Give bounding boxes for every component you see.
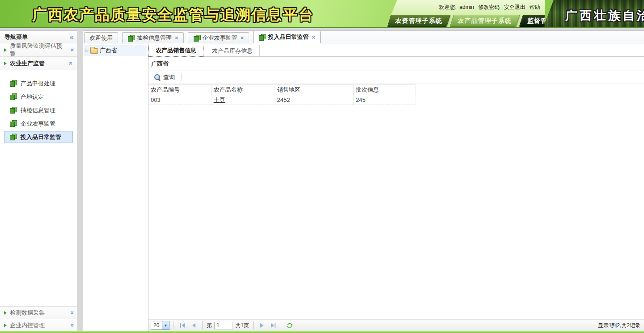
subtab-sales-info[interactable]: 农产品销售信息 <box>148 44 203 57</box>
column-header-batch[interactable]: 批次信息 <box>353 85 415 95</box>
bottom-green-strip <box>0 331 644 333</box>
region-tree-panel: ▷ 广西省 <box>83 43 148 331</box>
page-total-label: 共1页 <box>235 322 249 329</box>
folder-icon <box>90 48 98 54</box>
subtab-label: 农产品销售信息 <box>156 46 196 55</box>
subsystem-nongzi-button[interactable]: 农资管理子系统 <box>387 15 451 27</box>
main-region: 欢迎使用 抽检信息管理 × 企业农事监管 × 投入品日常监管 × ▷ 广西省 <box>83 30 644 331</box>
detail-panel: 农产品销售信息 农产品库存信息 广西省 查询 农产品编号 <box>148 43 644 331</box>
tab-content: ▷ 广西省 农产品销售信息 农产品库存信息 广西省 查询 <box>83 43 644 331</box>
triangle-left-icon <box>192 323 195 328</box>
accordion-label: 检测数据采集 <box>10 309 66 317</box>
table-row[interactable]: 003 土豆 2452 245 <box>148 95 415 105</box>
change-password-link[interactable]: 修改密码 <box>478 4 500 10</box>
main-tabbar: 欢迎使用 抽检信息管理 × 企业农事监管 × 投入品日常监管 × <box>83 31 644 43</box>
pager-separator <box>282 321 282 329</box>
accordion-label: 质量风险监测评估预警 <box>10 42 66 58</box>
wheat-banner-image: 广西壮族自治区 <box>543 0 644 28</box>
arrow-right-icon <box>4 62 7 65</box>
book-icon <box>193 35 200 41</box>
book-icon <box>9 134 17 140</box>
chevron-double-down-icon[interactable]: « <box>68 323 74 327</box>
tab-input-supervision[interactable]: 投入品日常监管 × <box>253 31 321 43</box>
sidebar-splitter[interactable] <box>77 30 83 331</box>
close-icon[interactable]: × <box>241 34 244 41</box>
cell-name: 土豆 <box>211 95 275 105</box>
arrow-right-icon <box>4 48 7 52</box>
pagination-bar: 20 ▼ 第 共1页 <box>148 319 644 331</box>
cell-batch: 245 <box>353 95 415 105</box>
sidebar-item-origin-certification[interactable]: 产地认定 <box>4 91 73 103</box>
nav-menu-title: 导航菜单 <box>4 33 28 41</box>
last-page-button[interactable] <box>269 321 278 330</box>
detail-subtabbar: 农产品销售信息 农产品库存信息 <box>148 43 644 57</box>
prev-page-button[interactable] <box>189 321 198 330</box>
query-button-label: 查询 <box>163 73 175 81</box>
tree-node-guangxi[interactable]: ▷ 广西省 <box>84 45 147 56</box>
welcome-label: 欢迎您: <box>439 4 457 10</box>
page-size-value: 20 <box>151 321 162 329</box>
tab-welcome[interactable]: 欢迎使用 <box>84 32 118 43</box>
book-icon <box>127 35 135 41</box>
column-header-area[interactable]: 销售地区 <box>275 85 353 95</box>
search-icon <box>154 74 161 81</box>
tab-label: 企业农事监管 <box>203 34 237 42</box>
accordion-detection-data[interactable]: 检测数据采集 « <box>0 306 77 319</box>
sidebar-item-sampling-info[interactable]: 抽检信息管理 <box>4 104 73 116</box>
subsystem-label: 农资管理子系统 <box>395 17 442 25</box>
page-number-input[interactable] <box>214 322 233 329</box>
sidebar-item-label: 企业农事监管 <box>21 120 55 128</box>
accordion-risk-monitor[interactable]: 质量风险监测评估预警 « <box>0 43 77 57</box>
close-icon[interactable]: × <box>175 34 178 41</box>
tab-label: 抽检信息管理 <box>137 34 172 42</box>
triangle-left-icon <box>182 323 185 328</box>
refresh-button[interactable] <box>286 322 293 329</box>
product-name-link[interactable]: 土豆 <box>214 97 225 103</box>
user-bar: 欢迎您: admin 修改密码 安全退出 帮助 <box>436 4 540 11</box>
collapse-sidebar-icon[interactable]: « <box>70 34 73 40</box>
sidebar-item-label: 产地认定 <box>21 93 44 101</box>
sidebar-item-farming-supervision[interactable]: 企业农事监管 <box>4 118 73 130</box>
query-button[interactable]: 查询 <box>151 72 178 83</box>
subsystem-nongchanpin-button[interactable]: 农产品管理子系统 <box>450 15 520 27</box>
products-table: 农产品编号 农产品名称 销售地区 批次信息 003 土豆 2452 245 <box>148 84 415 105</box>
accordion-agri-production[interactable]: 农业生产监管 « <box>0 57 77 70</box>
book-icon <box>9 80 17 87</box>
subsystem-label: 农产品管理子系统 <box>458 17 512 25</box>
sidebar-item-input-supervision[interactable]: 投入品日常监管 <box>4 131 73 143</box>
next-page-button[interactable] <box>258 321 267 330</box>
cell-code: 003 <box>148 95 211 105</box>
chevron-down-icon[interactable]: ▼ <box>162 321 169 329</box>
username: admin <box>459 4 474 10</box>
pager-separator <box>202 321 203 329</box>
app-title: 广西农产品质量安全监管与追溯信息平台 <box>32 5 314 25</box>
book-icon <box>9 93 17 100</box>
arrow-right-icon <box>4 324 7 327</box>
region-banner-text: 广西壮族自治区 <box>565 8 644 24</box>
help-link[interactable]: 帮助 <box>530 4 540 10</box>
chevron-double-down-icon[interactable]: « <box>68 311 74 314</box>
nav-sidebar: 导航菜单 « 质量风险监测评估预警 « 农业生产监管 « 产品申报处理 产地认定… <box>0 30 77 331</box>
sidebar-item-label: 抽检信息管理 <box>21 106 55 114</box>
column-header-code[interactable]: 农产品编号 <box>148 85 211 95</box>
tab-sampling-info[interactable]: 抽检信息管理 × <box>122 32 184 43</box>
tree-expander-icon[interactable]: ▷ <box>85 49 89 53</box>
close-icon[interactable]: × <box>312 34 315 41</box>
page-size-select[interactable]: 20 ▼ <box>151 321 169 330</box>
subtab-stock-info[interactable]: 农产品库存信息 <box>205 45 260 56</box>
first-page-button[interactable] <box>178 321 187 330</box>
triangle-right-icon <box>260 323 263 328</box>
app-header: 广西农产品质量安全监管与追溯信息平台 欢迎您: admin 修改密码 安全退出 … <box>0 0 644 28</box>
chevron-double-up-icon[interactable]: « <box>68 61 74 65</box>
tab-label: 投入品日常监管 <box>268 33 309 41</box>
grid-toolbar: 查询 <box>148 71 644 84</box>
subtab-label: 农产品库存信息 <box>212 47 253 55</box>
accordion-internal-control[interactable]: 企业内控管理 « <box>0 319 77 331</box>
column-header-name[interactable]: 农产品名称 <box>211 85 275 95</box>
toolbar-separator <box>181 73 182 81</box>
chevron-double-down-icon[interactable]: « <box>68 48 74 51</box>
logout-link[interactable]: 安全退出 <box>504 4 525 10</box>
tab-farming-supervision[interactable]: 企业农事监管 × <box>188 32 250 43</box>
record-count-summary: 显示1到2,共2记录 <box>598 322 640 329</box>
sidebar-item-product-declaration[interactable]: 产品申报处理 <box>4 77 73 89</box>
